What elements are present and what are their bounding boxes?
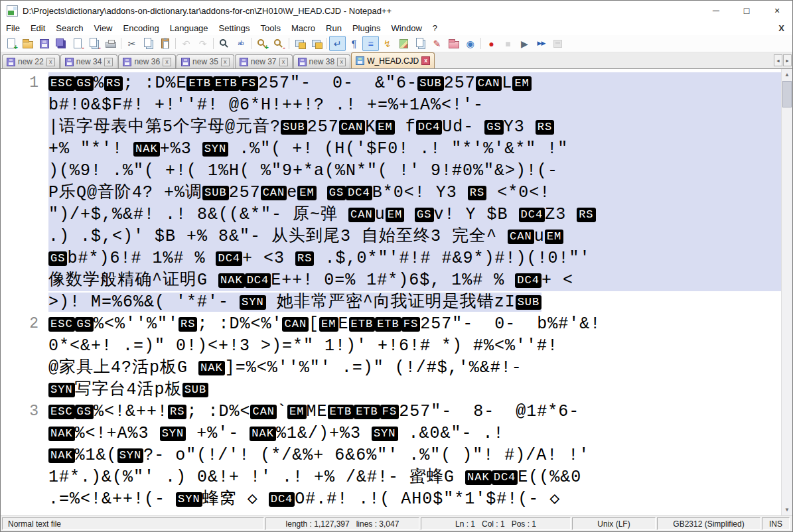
redo-button[interactable]: ↷	[194, 36, 211, 51]
editor-row-text[interactable]: 像数学般精确^证明G NAKDC4E++! 0=% 1#*)6$, 1%# % …	[48, 269, 781, 291]
minimize-button[interactable]: ─	[701, 1, 731, 21]
word-wrap-button[interactable]: ↵	[329, 36, 346, 51]
stop-recording-button[interactable]: ■	[500, 36, 516, 51]
menu-item-macro[interactable]: Macro	[286, 22, 321, 34]
editor-row-text[interactable]: P乐Q@音阶4? +%调SUB257CANeEM GSDC4B*0<! Y3 R…	[48, 182, 781, 204]
folder-as-workspace-button[interactable]	[445, 36, 462, 51]
tab-close-icon[interactable]: x	[279, 58, 288, 66]
close-file-button[interactable]: -	[69, 36, 86, 51]
zoom-in-button[interactable]: +	[253, 36, 270, 51]
editor-row-text[interactable]: )(%9! .%"( +!( 1%H( %"9+*a(%N*"( !' 9!#0…	[48, 160, 781, 182]
tab-w_head.cjd[interactable]: W_HEAD.CJDx	[351, 52, 435, 68]
tab-close-icon[interactable]: x	[163, 58, 171, 66]
tab-close-icon[interactable]: x	[46, 58, 55, 66]
menu-item-settings[interactable]: Settings	[214, 22, 255, 34]
tab-new-34[interactable]: new 34x	[60, 54, 118, 68]
playback-macro-button[interactable]: ▶	[516, 36, 533, 51]
document-map-button[interactable]	[396, 36, 412, 51]
menu-item-file[interactable]: File	[1, 22, 25, 34]
menu-item-encoding[interactable]: Encoding	[118, 22, 165, 34]
menu-item-search[interactable]: Search	[50, 22, 88, 34]
editor-row-text[interactable]: ESCGS%<!&++!RS; :D%<CAN`EMMEETBETBFS257"…	[48, 401, 781, 423]
maximize-button[interactable]: □	[731, 1, 762, 21]
tab-scroll-right-button[interactable]: ►	[783, 54, 792, 66]
monitoring-button[interactable]: ◉	[462, 36, 478, 51]
menu-item-run[interactable]: Run	[321, 22, 347, 34]
text-area[interactable]: 1ESCGS%RS; :D%EETBETBFS257"- 0- &"6-SUB2…	[1, 69, 781, 515]
scrollbar-track[interactable]	[782, 80, 792, 504]
control-char-dc4: DC4	[492, 470, 518, 485]
tab-new-37[interactable]: new 37x	[235, 54, 293, 68]
function-list-button[interactable]: ✎	[429, 36, 445, 51]
tab-scroll-left-button[interactable]: ◄	[774, 54, 782, 66]
control-char-sub: SUB	[516, 295, 542, 310]
menu-item-view[interactable]: View	[89, 22, 118, 34]
editor-row-text[interactable]: |语字母表中第5个字母@元音?SUB257CANKEM fDC4Ud- GSY3…	[48, 116, 781, 138]
find-button[interactable]	[216, 36, 232, 51]
editor-row-text[interactable]: 1#*.)&(%"' .) 0&!+ !' .! +% /&#!- 蜜蜂G NA…	[48, 466, 781, 488]
editor-row-text[interactable]: NAK%<!+A%3 SYN +%'- NAK%1&/)+%3 SYN .&0&…	[48, 423, 781, 444]
menu-item-?[interactable]: ?	[427, 22, 443, 34]
editor-row-text[interactable]: ")/+$,%&#! .! 8&((&*"- 原~弹 CANuEM GSv! Y…	[48, 204, 781, 226]
open-file-button[interactable]	[19, 36, 36, 51]
sync-horizontal-button[interactable]	[308, 36, 324, 51]
editor-row-text[interactable]: 0*<&+! .=)" 0!)<+!3 >)=*" 1!)' +!6!# *) …	[48, 335, 781, 357]
word-wrap-icon: ↵	[334, 39, 342, 48]
editor-row-text[interactable]: GSb#*)6!# 1%# % DC4+ <3 RS .$,0*"'#!# #&…	[48, 247, 781, 269]
tab-new-22[interactable]: new 22x	[2, 54, 60, 68]
scroll-up-button[interactable]: ▲	[782, 69, 792, 80]
editor-row-text[interactable]: @家具上4?活p板G NAK]=%<%''%"' .=)" (!/#$,'%&#…	[48, 357, 781, 379]
tab-close-icon[interactable]: x	[104, 58, 113, 66]
editor-row-text[interactable]: NAK%1&(SYN?- o"(!/'! (*/&%+ 6&6%"' .%"( …	[48, 444, 781, 466]
print-button[interactable]	[102, 36, 119, 51]
menu-item-window[interactable]: Window	[386, 22, 427, 34]
replace-button[interactable]: ab	[232, 36, 249, 51]
sync-vertical-button[interactable]	[291, 36, 308, 51]
menu-close-document-button[interactable]: X	[770, 23, 792, 33]
tab-close-icon[interactable]: x	[221, 58, 230, 66]
scroll-down-button[interactable]: ▼	[782, 504, 792, 515]
editor-row-text[interactable]: ESCGS%RS; :D%EETBETBFS257"- 0- &"6-SUB25…	[48, 72, 781, 94]
menu-item-edit[interactable]: Edit	[25, 22, 50, 34]
close-button[interactable]: ×	[762, 1, 792, 21]
status-insert-mode[interactable]: INS	[762, 517, 790, 530]
vertical-scrollbar[interactable]: ▲ ▼	[781, 69, 792, 515]
editor-row-text[interactable]: .) .$,<)' $B +% 8&"- 从头到尾3 自始至终3 完全^ CAN…	[48, 226, 781, 247]
editor-row-text[interactable]: b#!0&$F#! +!''#! @6*H!++!? .! +=%+1A%<!'…	[48, 94, 781, 116]
save-recorded-macro-button[interactable]	[549, 36, 566, 51]
status-encoding[interactable]: GB2312 (Simplified)	[657, 517, 760, 530]
new-file-button[interactable]: +	[3, 36, 19, 51]
define-language-button[interactable]: ↯	[379, 36, 396, 51]
cut-button[interactable]: ✂	[123, 36, 140, 51]
tab-new-35[interactable]: new 35x	[177, 54, 234, 68]
menu-item-plugins[interactable]: Plugins	[347, 22, 386, 34]
close-all-button[interactable]: -	[86, 36, 102, 51]
run-macro-multiple-button[interactable]: ▶▶	[533, 36, 549, 51]
unsaved-file-icon	[240, 58, 248, 66]
menu-item-language[interactable]: Language	[165, 22, 214, 34]
control-char-can: CAN	[261, 186, 287, 200]
save-file-icon	[40, 39, 49, 48]
editor-row-text[interactable]: SYN写字台4活p板SUB	[48, 379, 781, 401]
tab-close-icon[interactable]: x	[421, 56, 430, 65]
save-file-button[interactable]	[36, 36, 52, 51]
tab-new-38[interactable]: new 38x	[293, 54, 351, 68]
start-recording-button[interactable]: ●	[483, 36, 500, 51]
show-indent-guide-button[interactable]: ≡	[362, 36, 379, 51]
editor-row-text[interactable]: ESCGS%<%''%"'RS; :D%<%'CAN[EMEETBETBFS25…	[48, 313, 781, 335]
scrollbar-thumb[interactable]	[782, 81, 792, 107]
tab-new-36[interactable]: new 36x	[118, 54, 176, 68]
menu-item-tools[interactable]: Tools	[255, 22, 286, 34]
copy-button[interactable]	[140, 36, 157, 51]
status-eol-format[interactable]: Unix (LF)	[572, 517, 656, 530]
zoom-out-button[interactable]: -	[270, 36, 287, 51]
editor-row-text[interactable]: +% "*'! NAK+%3 SYN .%"( +! (H('$F0! .! "…	[48, 138, 781, 160]
editor-row-text[interactable]: >)! M=%6%&( '*#'- SYN 她非常严密^向我证明是我错zISUB	[48, 291, 781, 313]
tab-close-icon[interactable]: x	[337, 58, 346, 66]
doc-switcher-button[interactable]	[412, 36, 429, 51]
undo-button[interactable]: ↶	[178, 36, 194, 51]
save-all-button[interactable]	[52, 36, 69, 51]
editor-row-text[interactable]: .=%<!&++!(- SYN蜂窝 ◇ DC4O#.#! .!( AH0$"*1…	[48, 488, 781, 510]
show-all-characters-button[interactable]: ¶	[346, 36, 362, 51]
paste-button[interactable]	[157, 36, 173, 51]
